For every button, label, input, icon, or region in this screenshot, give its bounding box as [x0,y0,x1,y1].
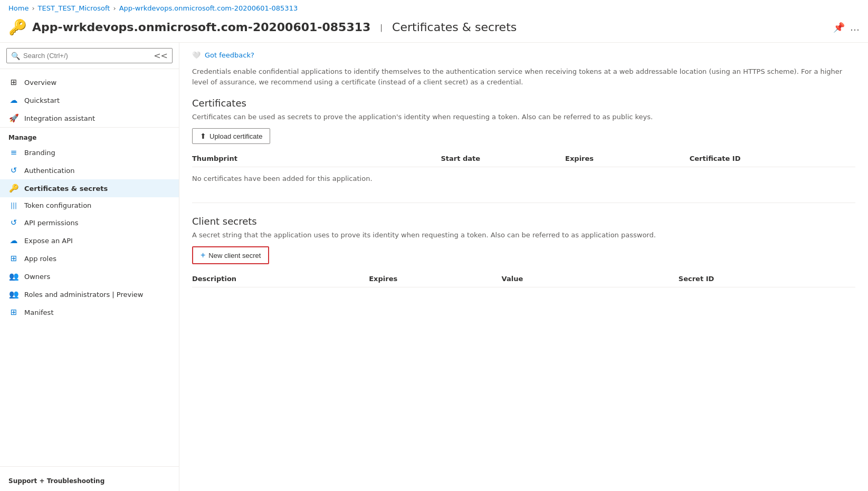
sidebar-label-branding: Branding [24,149,55,157]
pin-icon[interactable]: 📌 [833,22,845,33]
more-options-icon[interactable]: … [850,22,860,33]
sidebar-label-expose: Expose an API [24,237,73,245]
token-icon: ||| [8,202,19,209]
page-app-name: App-wrkdevops.onmicrosoft.com-20200601-0… [32,21,370,34]
client-secrets-desc: A secret string that the application use… [192,231,855,239]
sidebar-label-approles: App roles [24,255,56,263]
sidebar-item-api[interactable]: ↺ API permissions [0,214,179,232]
owners-icon: 👥 [8,272,19,281]
sidebar-item-approles[interactable]: ⊞ App roles [0,249,179,267]
certificates-empty-message: No certificates have been added for this… [192,167,855,190]
new-client-secret-label: New client secret [208,252,261,259]
search-icon: 🔍 [11,52,20,60]
sidebar-item-overview[interactable]: ⊞ Overview [0,73,179,91]
new-client-secret-button[interactable]: + New client secret [192,246,269,264]
collapse-sidebar-button[interactable]: << [154,51,168,61]
authentication-icon: ↺ [8,166,19,175]
api-icon: ↺ [8,218,19,227]
col-secretid: Secret ID [679,275,855,283]
support-section-label: Support + Troubleshooting [0,471,179,487]
search-box: 🔍 << [6,48,173,63]
main-content: 🤍 Got feedback? Credentials enable confi… [179,43,868,491]
sidebar-item-token[interactable]: ||| Token configuration [0,197,179,214]
sidebar-label-roles: Roles and administrators | Preview [24,291,143,299]
certificates-table-header: Thumbprint Start date Expires Certificat… [192,150,855,167]
sidebar-label-quickstart: Quickstart [24,97,60,104]
upload-certificate-button[interactable]: ⬆ Upload certificate [192,128,270,144]
sidebar-label-token: Token configuration [24,201,91,209]
col-exp: Expires [369,275,501,283]
plus-icon: + [201,251,205,260]
manifest-icon: ⊞ [8,307,19,317]
sidebar-item-branding[interactable]: ≡ Branding [0,143,179,161]
key-icon: 🔑 [8,18,27,36]
page-title: Certificates & secrets [392,21,517,34]
sidebar-label-api: API permissions [24,219,78,227]
quickstart-icon: ☁ [8,95,19,105]
col-description: Description [192,275,369,283]
breadcrumb-tenant[interactable]: TEST_TEST_Microsoft [38,4,110,12]
roles-icon: 👥 [8,290,19,299]
section-divider [192,203,855,203]
feedback-bar[interactable]: 🤍 Got feedback? [192,51,855,59]
certificates-table: Thumbprint Start date Expires Certificat… [192,150,855,190]
sidebar-search-area: 🔍 << [0,43,179,69]
client-secrets-table-header: Description Expires Value Secret ID [192,271,855,287]
heart-icon: 🤍 [192,51,201,59]
breadcrumb-home[interactable]: Home [8,4,28,12]
sidebar-item-owners[interactable]: 👥 Owners [0,267,179,285]
col-thumbprint: Thumbprint [192,155,441,162]
col-certid: Certificate ID [690,155,855,162]
sidebar: 🔍 << ⊞ Overview ☁ Quickstart 🚀 Integrati… [0,43,179,491]
sidebar-label-authentication: Authentication [24,167,74,175]
expose-icon: ☁ [8,236,19,245]
col-expires: Expires [565,155,690,162]
feedback-label: Got feedback? [205,51,254,59]
search-input[interactable] [23,52,150,60]
certs-icon: 🔑 [8,184,19,193]
sidebar-item-certs[interactable]: 🔑 Certificates & secrets [0,179,179,197]
credentials-description: Credentials enable confidential applicat… [192,66,855,87]
branding-icon: ≡ [8,148,19,157]
sidebar-item-integration[interactable]: 🚀 Integration assistant [0,109,179,127]
sidebar-nav: ⊞ Overview ☁ Quickstart 🚀 Integration as… [0,69,179,466]
sidebar-label-certs: Certificates & secrets [24,185,108,192]
sidebar-item-manifest[interactable]: ⊞ Manifest [0,303,179,321]
sidebar-item-expose[interactable]: ☁ Expose an API [0,232,179,249]
certificates-title: Certificates [192,98,855,109]
sidebar-label-owners: Owners [24,273,50,281]
upload-certificate-label: Upload certificate [209,132,262,140]
header-actions: 📌 … [833,22,860,33]
approles-icon: ⊞ [8,254,19,263]
sidebar-item-roles[interactable]: 👥 Roles and administrators | Preview [0,285,179,303]
manage-section-label: Manage [0,127,179,143]
breadcrumb-app[interactable]: App-wrkdevops.onmicrosoft.com-20200601-0… [119,4,298,12]
sidebar-bottom: Support + Troubleshooting [0,466,179,491]
overview-icon: ⊞ [8,78,19,87]
col-startdate: Start date [441,155,565,162]
sidebar-label-manifest: Manifest [24,309,53,316]
col-value: Value [502,275,679,283]
sidebar-label-overview: Overview [24,79,56,86]
sidebar-item-authentication[interactable]: ↺ Authentication [0,161,179,179]
sidebar-label-integration: Integration assistant [24,114,95,122]
upload-icon: ⬆ [200,132,206,140]
client-secrets-title: Client secrets [192,216,855,227]
certificates-desc: Certificates can be used as secrets to p… [192,113,855,121]
client-secrets-table: Description Expires Value Secret ID [192,271,855,287]
breadcrumb: Home › TEST_TEST_Microsoft › App-wrkdevo… [0,0,868,16]
sidebar-item-quickstart[interactable]: ☁ Quickstart [0,91,179,109]
page-header: 🔑 App-wrkdevops.onmicrosoft.com-20200601… [0,16,868,43]
integration-icon: 🚀 [8,113,19,123]
